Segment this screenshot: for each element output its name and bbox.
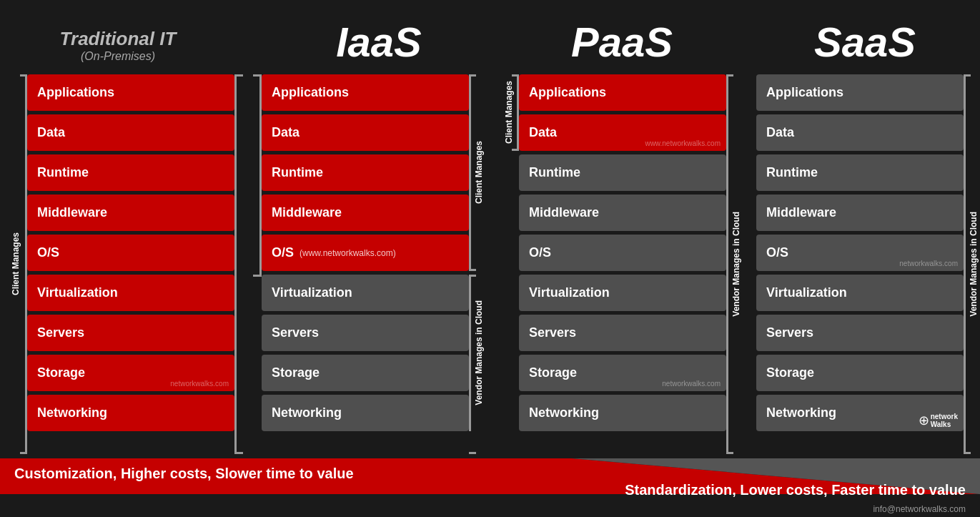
iaas-row-virtualization: Virtualization	[262, 275, 469, 311]
bottom-email: info@networkwalks.com	[873, 504, 966, 514]
traditional-title: Traditional IT	[60, 28, 177, 50]
paas-header: PaaS	[500, 18, 743, 66]
trad-row-data: Data	[27, 114, 234, 151]
trad-row-os: O/S	[27, 235, 234, 271]
saas-os-wm: networkwalks.com	[899, 260, 958, 267]
iaas-left-edge-top	[253, 70, 262, 458]
paas-storage-wm: networkwalks.com	[662, 380, 721, 388]
traditional-rows: Applications Data Runtime Middleware O/S…	[27, 70, 234, 458]
iaas-row-networking: Networking	[262, 395, 469, 431]
paas-vendor-label: Vendor Manages in Cloud	[731, 212, 741, 317]
bottom-right-text: Standardization, Lower costs, Faster tim…	[625, 482, 966, 498]
paas-row-middleware: Middleware	[519, 195, 726, 231]
trad-row-networking: Networking	[27, 395, 234, 431]
iaas-row-runtime: Runtime	[262, 154, 469, 191]
trad-storage-watermark: networkwalks.com	[170, 380, 229, 388]
trad-row-servers: Servers	[27, 315, 234, 351]
saas-vendor-label: Vendor Manages in Cloud	[969, 212, 979, 317]
bottom-left-text: Customization, Higher costs, Slower time…	[14, 466, 354, 482]
traditional-client-bracket: Client Manages	[7, 70, 27, 458]
section-iaas: Applications Data Runtime Middleware O/S…	[253, 70, 489, 458]
page-root: Traditional IT (On-Premises) IaaS PaaS S…	[0, 0, 980, 517]
saas-row-middleware: Middleware	[756, 195, 964, 231]
traditional-header: Traditional IT (On-Premises)	[0, 28, 236, 66]
paas-data-wm: www.networkwalks.com	[645, 139, 721, 147]
trad-right-edge	[234, 70, 243, 458]
iaas-client-label: Client Manages	[474, 141, 484, 204]
body-row: Client Manages Applications Data Runtime…	[0, 70, 980, 458]
paas-row-os: O/S	[519, 235, 726, 271]
saas-row-networking: Networking ⊕ networkWalks	[756, 395, 964, 431]
iaas-vendor-label: Vendor Manages in Cloud	[474, 300, 484, 405]
iaas-right-bracket: Client Manages Vendor Manages in Cloud	[469, 70, 489, 458]
saas-header: SaaS	[743, 18, 980, 66]
iaas-row-servers: Servers	[262, 315, 469, 351]
paas-row-networking: Networking	[519, 395, 726, 431]
paas-row-runtime: Runtime	[519, 154, 726, 191]
bottom-section: Customization, Higher costs, Slower time…	[0, 458, 980, 517]
trad-row-middleware: Middleware	[27, 195, 234, 231]
traditional-subtitle: (On-Premises)	[81, 50, 155, 63]
paas-row-servers: Servers	[519, 315, 726, 351]
iaas-os-sub: (www.networkwalks.com)	[300, 248, 396, 258]
section-traditional: Client Manages Applications Data Runtime…	[7, 70, 243, 458]
paas-left-bracket: Client Manages	[499, 70, 519, 458]
iaas-row-os: O/S (www.networkwalks.com)	[262, 235, 469, 271]
paas-right-bracket: Vendor Manages in Cloud	[726, 70, 746, 458]
trad-row-storage: Storage networkwalks.com	[27, 355, 234, 391]
saas-row-runtime: Runtime	[756, 154, 964, 191]
traditional-client-label: Client Manages	[11, 232, 21, 295]
iaas-row-storage: Storage	[262, 355, 469, 391]
saas-row-os: O/S networkwalks.com	[756, 235, 964, 271]
saas-row-storage: Storage	[756, 355, 964, 391]
iaas-header: IaaS	[257, 18, 500, 66]
trad-row-runtime: Runtime	[27, 154, 234, 191]
saas-row-applications: Applications	[756, 74, 964, 111]
saas-networking-logo: ⊕ networkWalks	[919, 413, 958, 428]
iaas-row-data: Data	[262, 114, 469, 151]
iaas-row-middleware: Middleware	[262, 195, 469, 231]
paas-rows: Applications Data www.networkwalks.com R…	[519, 70, 726, 458]
saas-row-data: Data	[756, 114, 964, 151]
section-paas: Client Manages Applications Data www.net…	[499, 70, 746, 458]
saas-row-servers: Servers	[756, 315, 964, 351]
iaas-row-applications: Applications	[262, 74, 469, 111]
paas-row-virtualization: Virtualization	[519, 275, 726, 311]
header: Traditional IT (On-Premises) IaaS PaaS S…	[0, 0, 980, 70]
trad-row-applications: Applications	[27, 74, 234, 111]
saas-row-virtualization: Virtualization	[756, 275, 964, 311]
paas-row-data: Data www.networkwalks.com	[519, 114, 726, 151]
trad-row-virtualization: Virtualization	[27, 275, 234, 311]
saas-rows: Applications Data Runtime Middleware O/S…	[756, 70, 964, 458]
section-saas: Applications Data Runtime Middleware O/S…	[756, 70, 980, 458]
iaas-rows: Applications Data Runtime Middleware O/S…	[262, 70, 469, 458]
paas-row-applications: Applications	[519, 74, 726, 111]
saas-right-bracket: Vendor Manages in Cloud	[964, 70, 980, 458]
paas-row-storage: Storage networkwalks.com	[519, 355, 726, 391]
paas-client-label: Client Manages	[504, 81, 514, 144]
